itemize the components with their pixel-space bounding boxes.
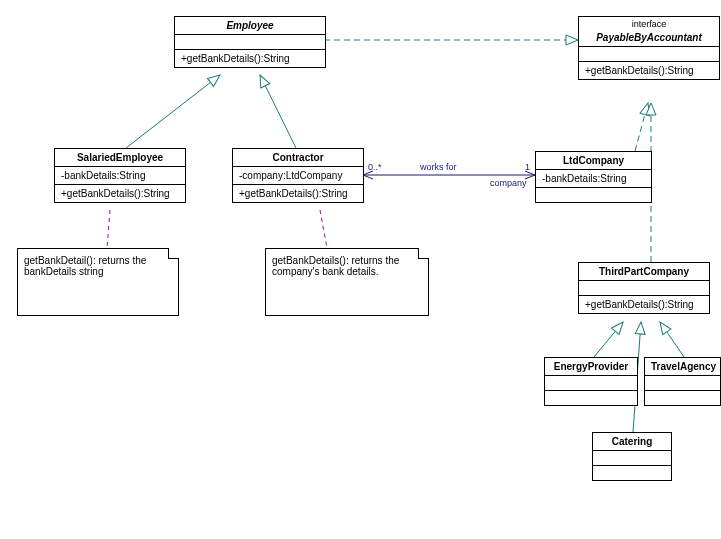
class-energy-provider: EnergyProvider bbox=[544, 357, 638, 406]
generalization-energy-thirdpart bbox=[594, 322, 623, 357]
generalization-contractor-employee bbox=[260, 75, 296, 148]
mult-left: 0..* bbox=[368, 162, 382, 172]
method: +getBankDetails():String bbox=[585, 299, 703, 310]
note-text: getBankDetails(): returns the company's … bbox=[272, 255, 422, 277]
generalization-travel-thirdpart bbox=[660, 322, 684, 357]
interface-payable-by-accountant: interface PayableByAccountant +getBankDe… bbox=[578, 16, 720, 80]
realization-ltdcompany-payable bbox=[635, 103, 648, 151]
note-salaried: getBankDetail(): returns the bankDetails… bbox=[17, 248, 179, 316]
class-title: ThirdPartCompany bbox=[579, 263, 709, 281]
attrs-section: -bankDetails:String bbox=[536, 170, 651, 188]
note-anchor-contractor bbox=[320, 210, 327, 248]
attrs-section: -company:LtdCompany bbox=[233, 167, 363, 185]
attrs-section bbox=[545, 376, 637, 391]
methods-section: +getBankDetails():String bbox=[175, 50, 325, 67]
class-title: Employee bbox=[175, 17, 325, 35]
method: +getBankDetails():String bbox=[61, 188, 179, 199]
methods-section bbox=[645, 391, 720, 405]
attribute: -bankDetails:String bbox=[542, 173, 645, 184]
methods-section: +getBankDetails():String bbox=[233, 185, 363, 202]
methods-section bbox=[536, 188, 651, 202]
class-title: TravelAgency bbox=[645, 358, 720, 376]
method: +getBankDetails():String bbox=[181, 53, 319, 64]
assoc-label: works for bbox=[420, 162, 457, 172]
class-title: Contractor bbox=[233, 149, 363, 167]
attrs-section bbox=[579, 281, 709, 296]
method: +getBankDetails():String bbox=[239, 188, 357, 199]
attribute: -company:LtdCompany bbox=[239, 170, 357, 181]
class-title: PayableByAccountant bbox=[579, 29, 719, 46]
methods-section bbox=[545, 391, 637, 405]
class-ltd-company: LtdCompany -bankDetails:String bbox=[535, 151, 652, 203]
attrs-section bbox=[593, 451, 671, 466]
class-title: Catering bbox=[593, 433, 671, 451]
class-salaried-employee: SalariedEmployee -bankDetails:String +ge… bbox=[54, 148, 186, 203]
note-anchor-salaried bbox=[107, 210, 110, 248]
attrs-section bbox=[645, 376, 720, 391]
attrs-section bbox=[579, 47, 719, 62]
class-title: SalariedEmployee bbox=[55, 149, 185, 167]
class-third-part-company: ThirdPartCompany +getBankDetails():Strin… bbox=[578, 262, 710, 314]
stereotype: interface bbox=[579, 17, 719, 29]
attrs-section: -bankDetails:String bbox=[55, 167, 185, 185]
mult-right: 1 bbox=[525, 162, 530, 172]
methods-section bbox=[593, 466, 671, 480]
methods-section: +getBankDetails():String bbox=[579, 62, 719, 79]
note-text: getBankDetail(): returns the bankDetails… bbox=[24, 255, 172, 277]
class-title: EnergyProvider bbox=[545, 358, 637, 376]
methods-section: +getBankDetails():String bbox=[579, 296, 709, 313]
method: +getBankDetails():String bbox=[585, 65, 713, 76]
class-title: LtdCompany bbox=[536, 152, 651, 170]
class-catering: Catering bbox=[592, 432, 672, 481]
class-contractor: Contractor -company:LtdCompany +getBankD… bbox=[232, 148, 364, 203]
attribute: -bankDetails:String bbox=[61, 170, 179, 181]
note-contractor: getBankDetails(): returns the company's … bbox=[265, 248, 429, 316]
class-travel-agency: TravelAgency bbox=[644, 357, 721, 406]
assoc-role: company bbox=[490, 178, 527, 188]
methods-section: +getBankDetails():String bbox=[55, 185, 185, 202]
class-employee: Employee +getBankDetails():String bbox=[174, 16, 326, 68]
attrs-section bbox=[175, 35, 325, 50]
generalization-salaried-employee bbox=[126, 75, 220, 148]
